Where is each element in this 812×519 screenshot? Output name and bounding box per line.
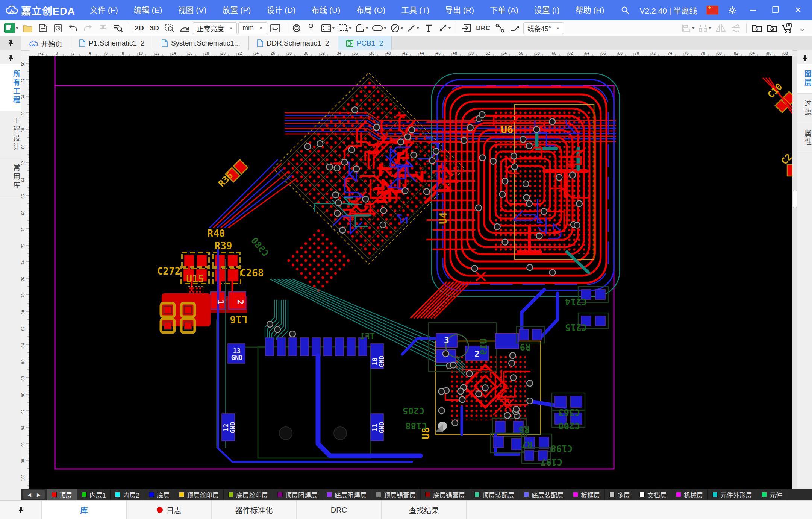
route-tool-button[interactable] bbox=[508, 22, 522, 35]
via-tool-button[interactable] bbox=[305, 22, 318, 35]
layer-chip-板框层[interactable]: 板框层 bbox=[568, 489, 605, 500]
layer-chip-文档层[interactable]: 文档层 bbox=[635, 489, 671, 500]
menu-item-12[interactable]: 帮助 (H) bbox=[567, 0, 612, 20]
line-mode-select[interactable]: 线条45°∨ bbox=[523, 22, 564, 34]
layer-chip-机械层[interactable]: 机械层 bbox=[671, 489, 708, 500]
layer-chip-顶层丝印层[interactable]: 顶层丝印层 bbox=[174, 489, 224, 500]
menu-item-6[interactable]: 布线 (U) bbox=[303, 0, 348, 20]
status-tab-库[interactable]: 库 bbox=[41, 501, 127, 519]
close-button[interactable]: ✕ bbox=[792, 5, 804, 15]
menu-item-7[interactable]: 布局 (O) bbox=[348, 0, 393, 20]
status-tab-DRC[interactable]: DRC bbox=[297, 501, 382, 519]
unit-select[interactable]: mm∨ bbox=[238, 22, 267, 34]
undo-button[interactable] bbox=[66, 22, 80, 35]
pin-icon[interactable] bbox=[8, 54, 14, 62]
pin-icon[interactable] bbox=[18, 506, 24, 514]
export-coordinates-button[interactable] bbox=[765, 22, 779, 35]
oval-tool-button[interactable]: ▾ bbox=[371, 22, 388, 35]
layer-chip-元件[interactable]: 元件 bbox=[757, 489, 787, 500]
layer-chip-底层丝印层[interactable]: 底层丝印层 bbox=[224, 489, 273, 500]
right-tab-属性[interactable]: 属性 bbox=[797, 123, 812, 153]
layer-chip-底层锡膏层[interactable]: 底层锡膏层 bbox=[421, 489, 470, 500]
view-3d-button[interactable]: 3D bbox=[148, 22, 161, 35]
keepout-tool-button[interactable]: ▾ bbox=[389, 22, 404, 35]
import-changes-button[interactable] bbox=[460, 22, 473, 35]
new-design-button[interactable]: ▾ bbox=[3, 22, 20, 35]
drc-button[interactable]: DRC bbox=[475, 22, 491, 35]
footprint-tool-button[interactable]: ▾ bbox=[320, 22, 336, 35]
flip-vertical-button[interactable] bbox=[729, 22, 742, 35]
menu-item-10[interactable]: 下单 (A) bbox=[482, 0, 526, 20]
layer-chip-底层[interactable]: 底层 bbox=[144, 489, 174, 500]
doc-tab-P1.Schematic1_2[interactable]: P1.Schematic1_2 bbox=[71, 36, 153, 50]
layer-chip-内层1[interactable]: 内层1 bbox=[77, 489, 111, 500]
menu-item-8[interactable]: 工具 (T) bbox=[393, 0, 437, 20]
layer-chip-元件外形层[interactable]: 元件外形层 bbox=[708, 489, 757, 500]
layer-chip-顶层[interactable]: 顶层 bbox=[47, 489, 77, 500]
text-tool-button[interactable] bbox=[422, 22, 435, 35]
doc-tab-DDR.Schematic1_2[interactable]: DDR.Schematic1_2 bbox=[249, 36, 338, 50]
left-tab-工程设计[interactable]: 工程设计 bbox=[0, 111, 21, 158]
distribute-button[interactable]: ▾ bbox=[697, 22, 712, 35]
open-folder-button[interactable] bbox=[21, 22, 35, 35]
search-icon[interactable] bbox=[621, 6, 630, 15]
save-button[interactable] bbox=[36, 22, 50, 35]
export-gerber-button[interactable]: G bbox=[750, 22, 764, 35]
pan-canvas-button[interactable] bbox=[178, 22, 191, 35]
right-tab-过滤[interactable]: 过滤 bbox=[797, 94, 812, 123]
zoom-area-button[interactable] bbox=[163, 22, 176, 35]
doc-tab-PCB1_2[interactable]: PCB1_2 bbox=[338, 36, 392, 50]
layer-chip-多层[interactable]: 多层 bbox=[605, 489, 635, 500]
save-history-button[interactable] bbox=[51, 22, 65, 35]
layer-nav-left-arrow[interactable]: ◀ bbox=[25, 492, 34, 498]
find-similar-button[interactable] bbox=[111, 22, 125, 35]
restore-button[interactable]: ❐ bbox=[769, 5, 782, 15]
vertical-scrollbar[interactable] bbox=[792, 56, 797, 489]
redo-button[interactable] bbox=[81, 22, 95, 35]
doc-tab-开始页[interactable]: 开始页 bbox=[21, 36, 71, 50]
pcb-canvas[interactable]: R36R40R39C272C268U15L16C580U6U4U8U19R9R6… bbox=[29, 56, 792, 489]
layer-chip-顶层阻焊层[interactable]: 顶层阻焊层 bbox=[273, 489, 322, 500]
left-tab-常用库[interactable]: 常用库 bbox=[0, 158, 21, 196]
collapse-toolbar-chevron[interactable]: ⌄ bbox=[795, 22, 809, 35]
menu-item-4[interactable]: 放置 (P) bbox=[214, 0, 259, 20]
menu-item-11[interactable]: 设置 (I) bbox=[526, 0, 568, 20]
copper-area-tool-button[interactable]: ▾ bbox=[354, 22, 370, 35]
left-tab-所有工程[interactable]: 所有工程 bbox=[0, 64, 21, 111]
minimize-button[interactable]: ─ bbox=[747, 5, 759, 15]
select-area-tool-button[interactable]: ▾ bbox=[337, 22, 353, 35]
settings-gear-icon[interactable] bbox=[728, 6, 737, 15]
flip-horizontal-button[interactable] bbox=[714, 22, 727, 35]
menu-item-1[interactable]: 文件 (F) bbox=[82, 0, 126, 20]
pad-tool-button[interactable] bbox=[290, 22, 303, 35]
layer-nav[interactable]: ◀ ▶ bbox=[23, 490, 45, 499]
layer-chip-顶层装配层[interactable]: 顶层装配层 bbox=[470, 489, 519, 500]
pin-icon[interactable] bbox=[8, 39, 14, 47]
menu-item-3[interactable]: 视图 (V) bbox=[170, 0, 215, 20]
ratline-tool-button[interactable] bbox=[493, 22, 507, 35]
menu-item-2[interactable]: 编辑 (E) bbox=[126, 0, 170, 20]
status-tab-日志[interactable]: 日志 bbox=[127, 501, 212, 519]
layer-chip-底层阻焊层[interactable]: 底层阻焊层 bbox=[322, 489, 371, 500]
brightness-select[interactable]: 正常亮度∨ bbox=[193, 22, 237, 34]
paste-button[interactable] bbox=[96, 22, 110, 35]
line-tool-button[interactable]: ▾ bbox=[406, 22, 420, 35]
layer-chip-顶层锡膏层[interactable]: 顶层锡膏层 bbox=[371, 489, 421, 500]
menu-item-5[interactable]: 设计 (D) bbox=[259, 0, 303, 20]
app-logo[interactable]: 嘉立创EDA bbox=[0, 3, 82, 18]
layer-chip-底层装配层[interactable]: 底层装配层 bbox=[519, 489, 568, 500]
layer-nav-right-arrow[interactable]: ▶ bbox=[34, 492, 43, 498]
status-tab-器件标准化[interactable]: 器件标准化 bbox=[212, 501, 297, 519]
language-flag-icon[interactable] bbox=[707, 6, 718, 14]
scrollbar-thumb[interactable] bbox=[793, 190, 797, 208]
order-pcb-cart-button[interactable] bbox=[780, 22, 794, 35]
doc-tab-System.Schematic1...[interactable]: System.Schematic1... bbox=[153, 36, 249, 50]
measure-tool-button[interactable]: ▾ bbox=[437, 22, 452, 35]
layer-chip-内层2[interactable]: 内层2 bbox=[111, 489, 144, 500]
view-2d-button[interactable]: 2D bbox=[133, 22, 146, 35]
menu-item-9[interactable]: 导出 (R) bbox=[437, 0, 482, 20]
align-button[interactable]: ▾ bbox=[680, 22, 696, 35]
pin-icon[interactable] bbox=[802, 54, 808, 62]
hide-ratlines-button[interactable] bbox=[268, 22, 282, 35]
right-tab-图层[interactable]: 图层 bbox=[797, 64, 812, 94]
